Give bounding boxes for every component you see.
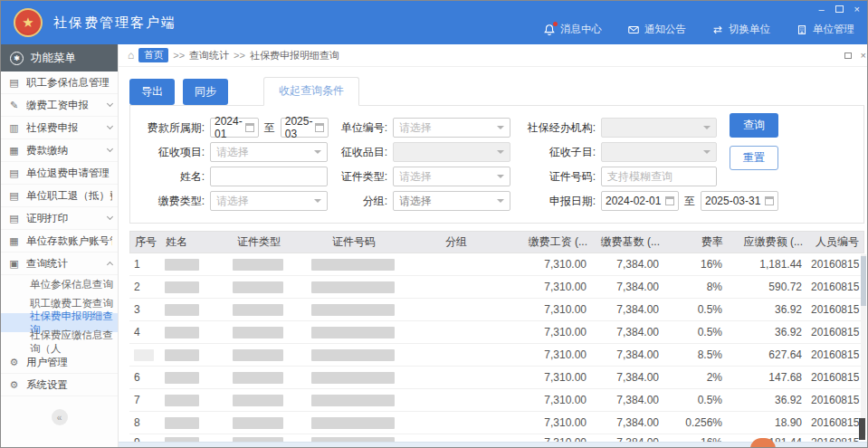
sidebar-item-6[interactable]: ▤证明打印 [1, 207, 118, 230]
redacted-cell [216, 326, 300, 338]
reset-button[interactable]: 重置 [730, 146, 778, 170]
nav-switch-unit[interactable]: 切换单位 [711, 23, 770, 36]
sidebar-footer-item-1[interactable]: ⚙系统设置 [1, 374, 118, 396]
category-select[interactable] [393, 142, 510, 162]
sidebar-subitem-0[interactable]: 单位参保信息查询 [1, 275, 118, 294]
sidebar-item-2[interactable]: ▥社保费申报 [1, 117, 118, 139]
minimize-icon[interactable]: – [818, 4, 824, 14]
nav-notice[interactable]: 通知公告 [627, 23, 686, 36]
sidebar-header: ✱ 功能菜单 [1, 44, 118, 71]
unit-select[interactable]: 请选择 [393, 118, 510, 138]
redacted-cell [160, 326, 216, 338]
app-title: 社保费管理客户端 [53, 14, 176, 32]
cert-no-input[interactable] [601, 167, 717, 186]
item-select[interactable]: 请选择 [210, 142, 328, 162]
agency-select[interactable] [601, 118, 717, 138]
panel-close-icon[interactable]: × [861, 50, 866, 61]
table-cell: 0.256% [663, 416, 727, 429]
table-cell: 7,384.00 [591, 326, 663, 338]
sidebar-footer-item-0[interactable]: ⚙用户管理 [1, 351, 118, 374]
redacted-cell [300, 258, 406, 271]
file-icon: ▦ [8, 235, 20, 247]
app-logo-emblem-icon: ★ [14, 8, 43, 37]
table-row[interactable]: 67,310.007,384.002%147.6820160815 [129, 367, 864, 389]
table-vertical-scrollbar[interactable] [861, 254, 866, 435]
sidebar-item-3[interactable]: ▦费款缴纳 [1, 139, 118, 162]
redaction-bar [134, 349, 154, 361]
export-button[interactable]: 导出 [129, 79, 175, 105]
query-form: 费款所属期: 2024-01 至 2025-03 单位编号: 请选择 社保经办机… [129, 105, 864, 224]
sync-button[interactable]: 同步 [183, 79, 228, 105]
to-label: 至 [262, 120, 277, 136]
table-cell: 1,181.44 [727, 258, 806, 271]
redaction-bar [233, 327, 283, 338]
redaction-bar [311, 417, 395, 429]
redacted-cell [300, 281, 406, 293]
period-from-input[interactable]: 2024-01 [210, 118, 259, 138]
pay-type-select[interactable]: 请选择 [210, 191, 328, 211]
panel-maximize-icon[interactable] [844, 52, 852, 59]
sidebar-item-4[interactable]: ▤单位退费申请管理 [1, 162, 118, 185]
redacted-cell [160, 303, 216, 316]
column-header: 姓名 [161, 234, 217, 250]
table-cell: 2 [129, 281, 160, 293]
table-row[interactable]: 77,310.007,384.000.5%36.9220160815 [129, 389, 864, 412]
main-panel: ⌂ 首页 >> 查询统计 >> 社保费申报明细查询 × 导出 同步 收起查询条件 [119, 44, 868, 448]
table-cell: 20160815 [806, 371, 863, 384]
table-cell: 590.72 [727, 281, 806, 293]
nav-message-center[interactable]: 消息中心 [543, 23, 602, 36]
table-row[interactable]: 47,310.007,384.000.5%36.9220160815 [129, 321, 864, 344]
subitem-select[interactable] [601, 142, 717, 162]
cert-type-select[interactable]: 请选择 [393, 167, 510, 186]
declare-to-input[interactable]: 2025-03-31 [701, 191, 778, 211]
redaction-bar [311, 281, 395, 293]
table-cell: 20160815 [806, 258, 863, 271]
group-label: 分组: [328, 194, 393, 209]
pay-type-label: 缴费类型: [130, 194, 210, 209]
declare-from-input[interactable]: 2024-02-01 [601, 191, 679, 211]
period-to-input[interactable]: 2025-03 [281, 118, 329, 138]
window-scrollbar-thumb[interactable] [859, 418, 865, 440]
table-cell: 7,384.00 [591, 348, 663, 361]
table-cell: 8% [663, 281, 727, 293]
cert-type-label: 证件类型: [328, 169, 393, 185]
table-cell: 7,310.00 [504, 281, 591, 293]
query-button[interactable]: 查询 [730, 113, 778, 138]
sidebar-collapse-button[interactable]: « [52, 409, 68, 425]
sidebar-item-1[interactable]: ✎缴费工资申报 [1, 94, 118, 117]
mail-icon [627, 24, 640, 36]
close-icon[interactable]: × [854, 4, 860, 14]
collapse-query-tab[interactable]: 收起查询条件 [263, 77, 359, 106]
table-cell: 7,384.00 [591, 281, 663, 293]
table-row[interactable]: 87,310.007,384.000.256%18.9020160815 [129, 412, 864, 434]
maximize-icon[interactable] [835, 5, 844, 13]
nav-unit-admin[interactable]: 单位管理 [796, 23, 854, 36]
table-row[interactable]: 7,310.007,384.008.5%627.6420160815 [129, 344, 864, 367]
sidebar: ✱ 功能菜单 ▤职工参保信息管理✎缴费工资申报▥社保费申报▦费款缴纳▤单位退费申… [1, 44, 119, 448]
breadcrumb-sep: >> [173, 50, 185, 61]
sidebar-item-8[interactable]: ▣查询统计 [1, 253, 118, 275]
sidebar-item-0[interactable]: ▤职工参保信息管理 [1, 71, 118, 94]
sidebar-item-7[interactable]: ▦单位存款账户账号管理 [1, 230, 118, 253]
redaction-bar [311, 259, 395, 271]
breadcrumb-item-1[interactable]: 查询统计 [189, 49, 229, 62]
redaction-bar [165, 372, 199, 384]
sidebar-subitem-3[interactable]: 社保费应缴信息查询（人 [1, 332, 118, 351]
cert-no-label: 证件号码: [510, 169, 601, 185]
group-select[interactable]: 请选择 [393, 191, 510, 211]
table-row[interactable]: 27,310.007,384.008%590.7220160815 [129, 276, 864, 299]
redaction-bar [233, 259, 283, 271]
redaction-bar [311, 349, 395, 361]
table-cell: 2% [663, 371, 727, 384]
table-row[interactable]: 17,310.007,384.0016%1,181.4420160815 [129, 253, 864, 276]
chevron-down-icon [703, 150, 711, 154]
sidebar-item-5[interactable]: ▤单位职工退（抵）费申请管理 [1, 185, 118, 207]
breadcrumb-item-2[interactable]: 社保费申报明细查询 [250, 49, 339, 62]
table-row[interactable]: 37,310.007,384.000.5%36.9220160815 [129, 299, 864, 321]
unit-label: 单位编号: [328, 120, 393, 136]
breadcrumb-home[interactable]: 首页 [138, 48, 168, 62]
redaction-bar [165, 281, 199, 293]
toolbar: 导出 同步 收起查询条件 [129, 76, 864, 105]
item-label: 征收项目: [130, 145, 210, 160]
name-input[interactable] [210, 167, 328, 186]
